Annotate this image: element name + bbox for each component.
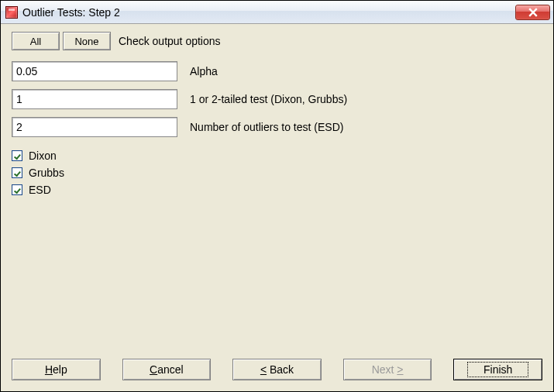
- finish-button[interactable]: Finish: [453, 359, 542, 380]
- esd-n-row: Number of outliers to test (ESD): [12, 117, 542, 137]
- dixon-label: Dixon: [29, 150, 57, 162]
- back-button[interactable]: < Back: [232, 359, 322, 380]
- all-button[interactable]: All: [12, 32, 60, 50]
- output-options-row: All None Check output options: [12, 32, 542, 50]
- alpha-row: Alpha: [12, 61, 542, 81]
- help-button[interactable]: Help: [12, 359, 101, 380]
- grubbs-label: Grubbs: [29, 167, 64, 179]
- grubbs-row: Grubbs: [12, 167, 542, 179]
- next-button: Next >: [343, 359, 432, 380]
- cancel-button[interactable]: Cancel: [122, 359, 212, 380]
- dixon-checkbox[interactable]: [12, 150, 22, 161]
- close-button[interactable]: [515, 5, 550, 20]
- esd-n-label: Number of outliers to test (ESD): [190, 121, 343, 133]
- esd-row: ESD: [12, 184, 542, 196]
- esd-checkbox[interactable]: [12, 184, 22, 195]
- app-icon: [5, 6, 18, 19]
- cancel-text: ancel: [157, 363, 183, 376]
- titlebar: Outlier Tests: Step 2: [1, 1, 553, 24]
- options-prompt: Check output options: [119, 35, 221, 47]
- close-icon: [528, 8, 538, 17]
- esd-label: ESD: [29, 184, 51, 196]
- checkbox-group: Dixon Grubbs ESD: [12, 150, 542, 201]
- alpha-input[interactable]: [12, 61, 177, 81]
- tails-input[interactable]: [12, 89, 177, 109]
- tails-row: 1 or 2-tailed test (Dixon, Grubbs): [12, 89, 542, 109]
- button-bar: Help Cancel < Back Next > Finish: [1, 351, 553, 391]
- next-text: Next: [372, 363, 394, 376]
- esd-n-input[interactable]: [12, 117, 177, 137]
- window-title: Outlier Tests: Step 2: [22, 6, 515, 19]
- dixon-row: Dixon: [12, 150, 542, 162]
- grubbs-checkbox[interactable]: [12, 167, 22, 178]
- alpha-label: Alpha: [190, 65, 218, 77]
- content-area: All None Check output options Alpha 1 or…: [1, 24, 553, 351]
- back-text: Back: [270, 363, 294, 376]
- none-button[interactable]: None: [63, 32, 111, 50]
- help-text: elp: [53, 363, 67, 376]
- tails-label: 1 or 2-tailed test (Dixon, Grubbs): [190, 93, 347, 105]
- outlier-tests-dialog: Outlier Tests: Step 2 All None Check out…: [0, 0, 554, 392]
- finish-text: Finish: [483, 363, 512, 376]
